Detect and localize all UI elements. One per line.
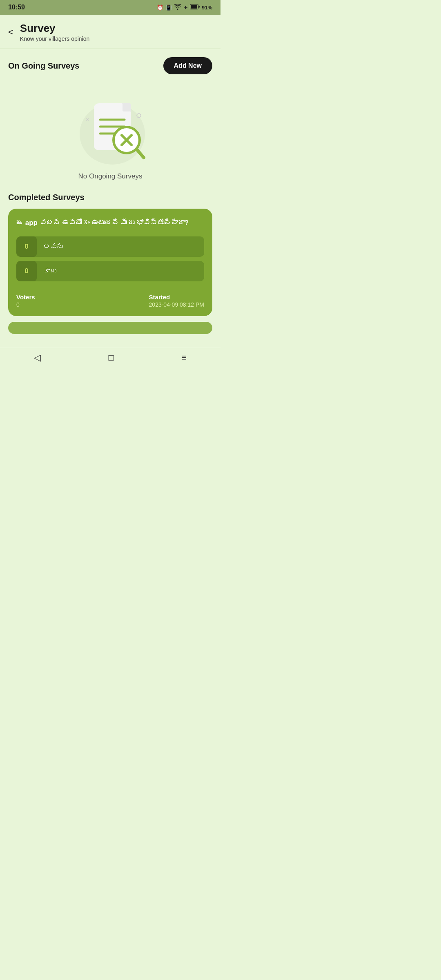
survey-card-preview [8, 322, 212, 334]
empty-state: × No Ongoing Surveys [8, 81, 212, 193]
back-button[interactable]: < [8, 28, 13, 37]
alarm-icon: ⏰ [157, 4, 163, 11]
status-time: 10:59 [8, 4, 25, 11]
no-surveys-text: No Ongoing Surveys [78, 172, 143, 180]
ongoing-section-title: On Going Surveys [8, 61, 79, 71]
header-text: Survey Know your villagers opinion [20, 22, 89, 42]
svg-rect-1 [191, 5, 197, 9]
voters-label: Voters [16, 294, 35, 301]
page-subtitle: Know your villagers opinion [20, 36, 89, 42]
started-info: Started 2023-04-09 08:12 PM [149, 294, 204, 308]
status-icons: ⏰ 📳 ✈ 91% [157, 4, 212, 11]
svg-line-12 [137, 149, 144, 158]
main-content: On Going Surveys Add New [0, 49, 220, 193]
voters-info: Voters 0 [16, 294, 35, 308]
vibrate-icon: 📳 [165, 4, 172, 11]
airplane-icon: ✈ [183, 4, 188, 11]
status-bar: 10:59 ⏰ 📳 ✈ 91% [0, 0, 220, 15]
card-footer: Voters 0 Started 2023-04-09 08:12 PM [16, 294, 204, 308]
survey-card[interactable]: ఈ app వలన ఉపయోగం ఉంటుందని మీరు భావిస్తున… [8, 209, 212, 316]
completed-section-title: Completed Surveys [8, 193, 212, 202]
page-title: Survey [20, 22, 89, 35]
option-row-1: 0 అవును [16, 236, 204, 257]
add-new-button[interactable]: Add New [163, 57, 212, 74]
svg-text:×: × [86, 116, 89, 123]
nav-back-button[interactable]: ◁ [34, 352, 41, 363]
nav-home-button[interactable]: □ [108, 352, 114, 363]
option-label-2: కాదు [37, 267, 63, 275]
option-count-2: 0 [16, 261, 37, 281]
completed-section: Completed Surveys ఈ app వలన ఉపయోగం ఉంటుం… [0, 193, 220, 348]
option-row-2: 0 కాదు [16, 261, 204, 281]
wifi-icon [174, 4, 181, 11]
svg-rect-4 [122, 103, 131, 111]
survey-question: ఈ app వలన ఉపయోగం ఉంటుందని మీరు భావిస్తున… [16, 218, 204, 228]
voters-value: 0 [16, 301, 35, 308]
nav-menu-button[interactable]: ≡ [181, 352, 187, 363]
battery-percent: 91% [202, 4, 212, 11]
option-label-1: అవును [37, 243, 69, 250]
battery-icon [190, 4, 200, 11]
ongoing-section-header: On Going Surveys Add New [8, 57, 212, 74]
page-header: < Survey Know your villagers opinion [0, 15, 220, 49]
started-value: 2023-04-09 08:12 PM [149, 301, 204, 308]
option-count-1: 0 [16, 236, 37, 257]
no-surveys-illustration: × [74, 93, 147, 163]
bottom-nav: ◁ □ ≡ [0, 348, 220, 369]
started-label: Started [149, 294, 204, 301]
